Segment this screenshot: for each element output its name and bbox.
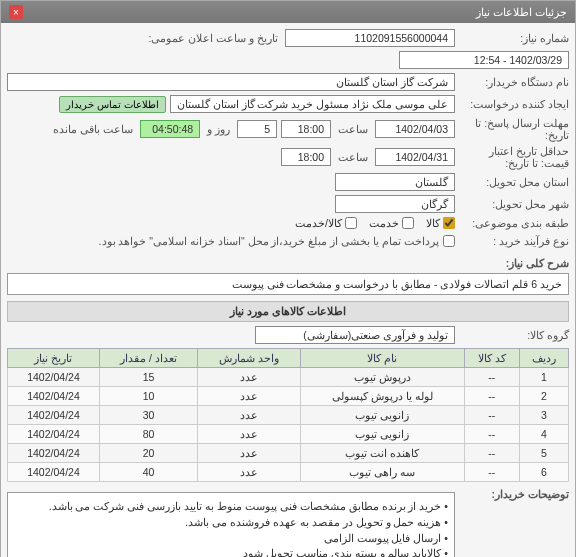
table-cell: 1402/04/24 (8, 387, 100, 406)
purchase-type-checkbox[interactable] (443, 235, 455, 247)
cat-service-checkbox[interactable]: خدمت (369, 217, 414, 229)
content-area: شماره نیاز: 1102091556000044 تاریخ و ساع… (1, 23, 575, 557)
table-row[interactable]: 3--زانویی تیوبعدد301402/04/24 (8, 406, 569, 425)
desc-label: شرح کلی نیاز: (459, 257, 569, 269)
th-row: ردیف (519, 349, 568, 368)
purchase-note: پرداخت تمام یا بخشی از مبلغ خرید،از محل … (99, 233, 439, 249)
table-cell: عدد (198, 425, 301, 444)
details-window: جزئیات اطلاعات نیاز × شماره نیاز: 110209… (0, 0, 576, 557)
table-cell: عدد (198, 368, 301, 387)
th-date: تاریخ نیاز (8, 349, 100, 368)
deadline-date-field: 1402/04/03 (375, 120, 455, 138)
announce-field: 1402/03/29 - 12:54 (399, 51, 569, 69)
close-icon[interactable]: × (9, 5, 23, 19)
table-cell: 1402/04/24 (8, 425, 100, 444)
requester-field: علی موسی ملک نژاد مسئول خرید شرکت گاز اس… (170, 95, 455, 113)
buyer-org-label: نام دستگاه خریدار: (459, 76, 569, 88)
deadline-time-field: 18:00 (281, 120, 331, 138)
titlebar: جزئیات اطلاعات نیاز × (1, 1, 575, 23)
time-label-1: ساعت (335, 123, 371, 135)
table-cell: 4 (519, 425, 568, 444)
buyer-note-line: • هزینه حمل و تحویل در مقصد به عهده فروش… (14, 515, 448, 531)
table-cell: 80 (99, 425, 197, 444)
table-row[interactable]: 2--لوله یا درپوش کپسولیعدد101402/04/24 (8, 387, 569, 406)
table-cell: 3 (519, 406, 568, 425)
table-cell: 1402/04/24 (8, 463, 100, 482)
table-cell: درپوش تیوب (300, 368, 464, 387)
table-row[interactable]: 5--کاهنده انت تیوبعدد201402/04/24 (8, 444, 569, 463)
validity-date-field: 1402/04/31 (375, 148, 455, 166)
buyer-note-line: • ارسال فایل پیوست الزامی (14, 531, 448, 547)
table-cell: -- (464, 406, 519, 425)
table-cell: -- (464, 387, 519, 406)
table-cell: 5 (519, 444, 568, 463)
table-cell: عدد (198, 463, 301, 482)
th-code: کد کالا (464, 349, 519, 368)
buyer-org-field: شرکت گاز استان گلستان (7, 73, 455, 91)
table-cell: 1 (519, 368, 568, 387)
validity-time-field: 18:00 (281, 148, 331, 166)
need-no-field: 1102091556000044 (285, 29, 455, 47)
table-cell: -- (464, 463, 519, 482)
days-remaining-field: 5 (237, 120, 277, 138)
table-cell: -- (464, 368, 519, 387)
table-cell: 1402/04/24 (8, 368, 100, 387)
goods-group-label: گروه کالا: (459, 329, 569, 341)
table-cell: -- (464, 425, 519, 444)
table-cell: زانویی تیوب (300, 425, 464, 444)
table-cell: 10 (99, 387, 197, 406)
buyer-note-line: • خرید از برنده مطابق مشخصات فنی پیوست م… (14, 499, 448, 515)
days-and-label: روز و (204, 123, 233, 135)
table-cell: عدد (198, 387, 301, 406)
table-cell: 20 (99, 444, 197, 463)
category-checkbox-group: کالا خدمت کالا/خدمت (295, 217, 455, 229)
th-qty: تعداد / مقدار (99, 349, 197, 368)
table-cell: لوله یا درپوش کپسولی (300, 387, 464, 406)
table-row[interactable]: 1--درپوش تیوبعدد151402/04/24 (8, 368, 569, 387)
need-no-label: شماره نیاز: (459, 32, 569, 44)
table-cell: عدد (198, 406, 301, 425)
table-row[interactable]: 4--زانویی تیوبعدد801402/04/24 (8, 425, 569, 444)
announce-label: تاریخ و ساعت اعلان عمومی: (145, 32, 281, 44)
items-table: ردیف کد کالا نام کالا واحد شمارش تعداد /… (7, 348, 569, 482)
window-title: جزئیات اطلاعات نیاز (476, 6, 567, 19)
validity-label: حداقل تاریخ اعتبار قیمت: تا تاریخ: (459, 145, 569, 169)
table-cell: زانویی تیوب (300, 406, 464, 425)
table-row[interactable]: 6--سه راهی تیوبعدد401402/04/24 (8, 463, 569, 482)
buyer-notes-box: • خرید از برنده مطابق مشخصات فنی پیوست م… (7, 492, 455, 557)
city-field: گرگان (335, 195, 455, 213)
goods-section-header: اطلاعات کالاهای مورد نیاز (7, 301, 569, 322)
table-cell: 1402/04/24 (8, 406, 100, 425)
table-cell: 1402/04/24 (8, 444, 100, 463)
city-label: شهر محل تحویل: (459, 198, 569, 210)
table-cell: سه راهی تیوب (300, 463, 464, 482)
table-cell: 2 (519, 387, 568, 406)
th-unit: واحد شمارش (198, 349, 301, 368)
table-cell: 30 (99, 406, 197, 425)
goods-group-field: تولید و فرآوری صنعتی(سفارشی) (255, 326, 455, 344)
table-cell: 40 (99, 463, 197, 482)
subject-cat-label: طبقه بندی موضوعی: (459, 217, 569, 229)
remaining-label: ساعت باقی مانده (50, 123, 136, 135)
table-cell: عدد (198, 444, 301, 463)
purchase-type-label: نوع فرآیند خرید : (459, 235, 569, 247)
table-cell: 6 (519, 463, 568, 482)
table-cell: کاهنده انت تیوب (300, 444, 464, 463)
description-box: خرید 6 قلم اتصالات فولادی - مطابق با درخ… (7, 273, 569, 295)
time-label-2: ساعت (335, 151, 371, 163)
table-cell: 15 (99, 368, 197, 387)
time-remaining-field: 04:50:48 (140, 120, 200, 138)
th-name: نام کالا (300, 349, 464, 368)
province-field: گلستان (335, 173, 455, 191)
deadline-label: مهلت ارسال پاسخ: تا تاریخ: (459, 117, 569, 141)
cat-both-checkbox[interactable]: کالا/خدمت (295, 217, 357, 229)
buyer-note-line: • کالاباید سالم و بسته بندی مناسب تحویل … (14, 546, 448, 557)
province-label: استان محل تحویل: (459, 176, 569, 188)
requester-label: ایجاد کننده درخواست: (459, 98, 569, 110)
contact-buyer-button[interactable]: اطلاعات تماس خریدار (59, 96, 166, 113)
table-cell: -- (464, 444, 519, 463)
cat-goods-checkbox[interactable]: کالا (426, 217, 455, 229)
buyer-notes-label: توضیحات خریدار: (459, 488, 569, 500)
